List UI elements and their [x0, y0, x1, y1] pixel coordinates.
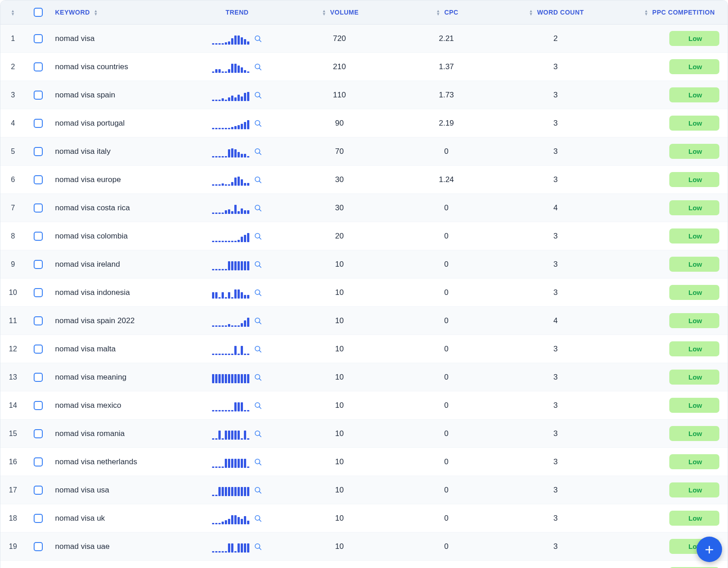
search-icon[interactable] — [254, 430, 262, 438]
row-checkbox[interactable] — [34, 486, 43, 495]
keyword-cell[interactable]: nomad visa spain 2022 — [51, 307, 192, 335]
keyword-cell[interactable]: nomad visa costa rica — [51, 194, 192, 222]
row-checkbox[interactable] — [34, 203, 43, 213]
trend-sparkline — [212, 456, 249, 468]
search-icon[interactable] — [254, 147, 262, 156]
wc-cell: 3 — [496, 279, 615, 307]
ppc-badge: Low — [669, 87, 719, 102]
svg-line-13 — [259, 209, 261, 211]
volume-cell: 10 — [283, 532, 396, 561]
keyword-cell[interactable]: nomad visa spain — [51, 81, 192, 109]
row-checkbox[interactable] — [34, 457, 43, 467]
col-keyword-header[interactable]: KEYWORD ▲▼ — [51, 0, 192, 25]
row-checkbox[interactable] — [34, 34, 43, 43]
trend-sparkline — [212, 541, 249, 553]
row-checkbox[interactable] — [34, 345, 43, 354]
keyword-cell[interactable]: nomad visa mexico — [51, 391, 192, 420]
row-checkbox[interactable] — [34, 175, 43, 184]
search-icon[interactable] — [254, 401, 262, 410]
volume-cell: 10 — [283, 307, 396, 335]
keyword-cell[interactable]: nomad visa malta — [51, 335, 192, 363]
row-checkbox[interactable] — [34, 288, 43, 297]
keyword-cell[interactable]: nomad visa usa — [51, 476, 192, 504]
search-icon[interactable] — [254, 373, 262, 381]
wc-cell: 3 — [496, 504, 615, 532]
row-checkbox[interactable] — [34, 373, 43, 382]
col-index-header[interactable]: ▲▼ — [0, 0, 25, 25]
row-checkbox-cell — [25, 335, 51, 363]
volume-cell: 10 — [283, 476, 396, 504]
row-index: 11 — [0, 307, 25, 335]
row-checkbox[interactable] — [34, 260, 43, 269]
trend-cell — [192, 53, 283, 81]
keyword-cell[interactable]: nomad visa turkey — [51, 561, 192, 568]
row-checkbox[interactable] — [34, 232, 43, 241]
keyword-cell[interactable]: nomad visa ireland — [51, 250, 192, 279]
keyword-cell[interactable]: nomad visa europe — [51, 166, 192, 194]
row-checkbox[interactable] — [34, 147, 43, 156]
volume-cell: 20 — [283, 222, 396, 250]
trend-cell — [192, 391, 283, 420]
search-icon[interactable] — [254, 345, 262, 353]
search-icon[interactable] — [254, 543, 262, 551]
keyword-cell[interactable]: nomad visa indonesia — [51, 279, 192, 307]
keyword-cell[interactable]: nomad visa italy — [51, 137, 192, 166]
search-icon[interactable] — [254, 232, 262, 240]
row-checkbox[interactable] — [34, 401, 43, 410]
volume-cell: 10 — [283, 420, 396, 448]
search-icon[interactable] — [254, 260, 262, 269]
cpc-cell: 0 — [396, 222, 496, 250]
trend-cell — [192, 476, 283, 504]
search-icon[interactable] — [254, 91, 262, 99]
ppc-cell: Low — [615, 307, 728, 335]
row-checkbox[interactable] — [34, 429, 43, 438]
search-icon[interactable] — [254, 35, 262, 43]
search-icon[interactable] — [254, 458, 262, 466]
trend-sparkline — [212, 174, 249, 186]
search-icon[interactable] — [254, 63, 262, 71]
search-icon[interactable] — [254, 204, 262, 212]
keyword-cell[interactable]: nomad visa colombia — [51, 222, 192, 250]
keyword-cell[interactable]: nomad visa romania — [51, 420, 192, 448]
row-checkbox[interactable] — [34, 119, 43, 128]
col-volume-header[interactable]: ▲▼ VOLUME — [283, 0, 396, 25]
trend-header-label: TREND — [226, 9, 249, 16]
row-index: 17 — [0, 476, 25, 504]
row-checkbox[interactable] — [34, 62, 43, 71]
col-check-header — [25, 0, 51, 25]
svg-line-21 — [259, 322, 261, 324]
ppc-cell: Low — [615, 53, 728, 81]
keyword-cell[interactable]: nomad visa — [51, 25, 192, 53]
row-index: 10 — [0, 279, 25, 307]
trend-cell — [192, 194, 283, 222]
table-row: 10nomad visa indonesia1003Low — [0, 279, 728, 307]
keyword-cell[interactable]: nomad visa countries — [51, 53, 192, 81]
row-checkbox[interactable] — [34, 316, 43, 325]
keyword-cell[interactable]: nomad visa portugal — [51, 109, 192, 137]
add-button[interactable]: + — [697, 537, 722, 562]
col-cpc-header[interactable]: ▲▼ CPC — [396, 0, 496, 25]
keyword-cell[interactable]: nomad visa uk — [51, 504, 192, 532]
select-all-checkbox[interactable] — [34, 8, 43, 17]
row-checkbox[interactable] — [34, 91, 43, 100]
ppc-cell: Low — [615, 25, 728, 53]
trend-cell — [192, 448, 283, 476]
keyword-cell[interactable]: nomad visa meaning — [51, 363, 192, 391]
search-icon[interactable] — [254, 486, 262, 494]
trend-sparkline — [212, 512, 249, 524]
col-ppc-header[interactable]: ▲▼ PPC COMPETITION — [615, 0, 728, 25]
row-checkbox[interactable] — [34, 542, 43, 551]
keyword-cell[interactable]: nomad visa uae — [51, 532, 192, 561]
keyword-cell[interactable]: nomad visa netherlands — [51, 448, 192, 476]
search-icon[interactable] — [254, 289, 262, 297]
trend-sparkline — [212, 315, 249, 327]
volume-cell: 10 — [283, 391, 396, 420]
search-icon[interactable] — [254, 514, 262, 522]
col-wc-header[interactable]: ▲▼ WORD COUNT — [496, 0, 615, 25]
search-icon[interactable] — [254, 176, 262, 184]
search-icon[interactable] — [254, 317, 262, 325]
trend-cell — [192, 25, 283, 53]
search-icon[interactable] — [254, 119, 262, 127]
ppc-badge: Low — [669, 341, 719, 356]
row-checkbox[interactable] — [34, 514, 43, 523]
